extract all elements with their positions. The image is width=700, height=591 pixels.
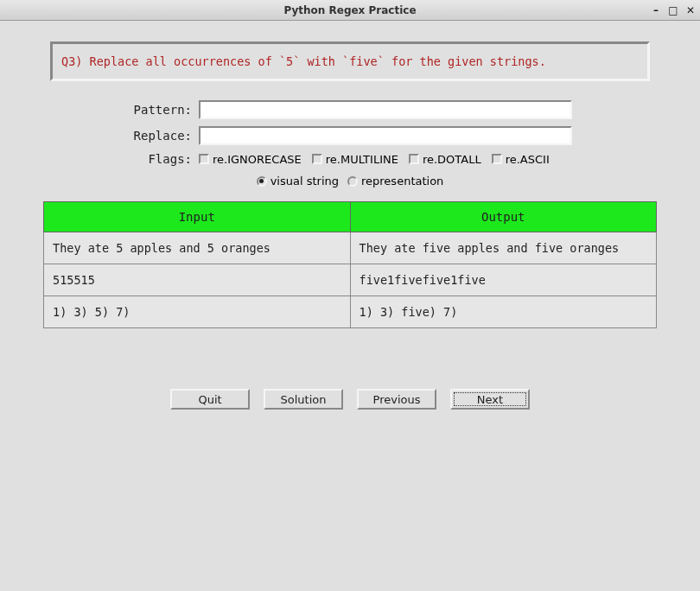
io-table: Input Output They ate 5 apples and 5 ora…: [43, 201, 657, 328]
question-text: Q3) Replace all occurrences of `5` with …: [61, 54, 546, 68]
question-frame: Q3) Replace all occurrences of `5` with …: [50, 41, 650, 81]
app-body: Q3) Replace all occurrences of `5` with …: [0, 21, 700, 591]
pattern-input[interactable]: [199, 100, 572, 119]
cell-input: They ate 5 apples and 5 oranges: [44, 232, 351, 264]
replace-row: Replace:: [43, 126, 657, 145]
window-controls: – □ ✕: [650, 0, 697, 21]
quit-button[interactable]: Quit: [170, 389, 250, 410]
replace-label: Replace:: [86, 129, 199, 143]
flag-dotall[interactable]: re.DOTALL: [409, 153, 481, 166]
maximize-icon[interactable]: □: [667, 4, 679, 16]
header-output: Output: [350, 202, 657, 232]
titlebar: Python Regex Practice – □ ✕: [0, 0, 700, 21]
display-mode-row: visual string representation: [43, 175, 657, 187]
flag-ignorecase-label: re.IGNORECASE: [213, 153, 302, 166]
button-row: Quit Solution Previous Next: [43, 389, 657, 410]
flag-ascii-label: re.ASCII: [506, 153, 550, 166]
next-button[interactable]: Next: [450, 389, 530, 410]
checkbox-icon: [409, 154, 419, 164]
checkbox-icon: [312, 154, 322, 164]
flags-row: Flags: re.IGNORECASE re.MULTILINE re.DOT…: [43, 152, 657, 166]
minimize-icon[interactable]: –: [650, 4, 662, 16]
radio-visual-label: visual string: [270, 175, 339, 187]
flags-label: Flags:: [86, 152, 199, 166]
flags-group: re.IGNORECASE re.MULTILINE re.DOTALL re.…: [199, 153, 550, 166]
table-row: 515515 five1fivefive1five: [44, 264, 657, 296]
table-row: They ate 5 apples and 5 oranges They ate…: [44, 232, 657, 264]
flag-ignorecase[interactable]: re.IGNORECASE: [199, 153, 302, 166]
replace-input[interactable]: [199, 126, 572, 145]
table-row: 1) 3) 5) 7) 1) 3) five) 7): [44, 296, 657, 328]
header-input: Input: [44, 202, 351, 232]
cell-output: five1fivefive1five: [350, 264, 657, 296]
checkbox-icon: [492, 154, 502, 164]
radio-representation[interactable]: representation: [347, 175, 443, 187]
cell-output: 1) 3) five) 7): [350, 296, 657, 328]
window-title: Python Regex Practice: [283, 4, 416, 16]
flag-ascii[interactable]: re.ASCII: [492, 153, 550, 166]
flag-multiline-label: re.MULTILINE: [326, 153, 398, 166]
table-header-row: Input Output: [44, 202, 657, 232]
radio-repr-label: representation: [361, 175, 443, 187]
cell-output: They ate five apples and five oranges: [350, 232, 657, 264]
close-icon[interactable]: ✕: [684, 4, 697, 16]
radio-visual-string[interactable]: visual string: [257, 175, 339, 187]
cell-input: 1) 3) 5) 7): [44, 296, 351, 328]
radio-icon: [347, 176, 358, 187]
flag-multiline[interactable]: re.MULTILINE: [312, 153, 398, 166]
checkbox-icon: [199, 154, 209, 164]
flag-dotall-label: re.DOTALL: [423, 153, 481, 166]
pattern-row: Pattern:: [43, 100, 657, 119]
radio-icon: [257, 176, 267, 187]
pattern-label: Pattern:: [86, 103, 199, 117]
previous-button[interactable]: Previous: [357, 389, 436, 410]
solution-button[interactable]: Solution: [264, 389, 343, 410]
cell-input: 515515: [44, 264, 351, 296]
